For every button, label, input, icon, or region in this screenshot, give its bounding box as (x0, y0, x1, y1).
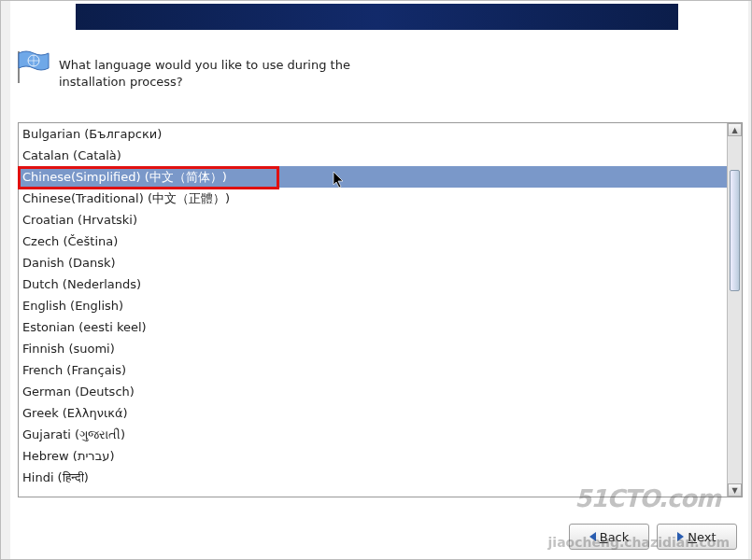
language-option[interactable]: Hindi (हिन्दी) (19, 467, 727, 488)
language-option[interactable]: Hebrew (עברית) (19, 445, 727, 467)
language-option[interactable]: Greek (Ελληνικά) (19, 402, 727, 424)
language-option[interactable]: Chinese(Traditional) (中文（正體）) (19, 188, 727, 209)
language-option[interactable]: Chinese(Simplified) (中文（简体）) (19, 166, 727, 188)
next-button-label: Next (688, 530, 716, 544)
back-button[interactable]: Back (569, 524, 649, 550)
prompt-text: What language would you like to use duri… (59, 57, 367, 90)
language-option[interactable]: English (English) (19, 295, 727, 316)
installer-window: What language would you like to use duri… (10, 1, 748, 559)
language-option[interactable]: Estonian (eesti keel) (19, 316, 727, 338)
language-option[interactable]: Catalan (Català) (19, 145, 727, 166)
language-option[interactable]: Croatian (Hrvatski) (19, 209, 727, 231)
language-option[interactable]: Gujarati (ગુજરાતી) (19, 424, 727, 445)
scrollbar[interactable]: ▲ ▼ (727, 123, 742, 497)
header-banner (76, 4, 678, 30)
scroll-down-button[interactable]: ▼ (728, 483, 742, 497)
language-option[interactable]: Bulgarian (Български) (19, 123, 727, 145)
language-option[interactable]: French (Français) (19, 359, 727, 381)
language-option[interactable]: Danish (Dansk) (19, 252, 727, 273)
language-list-viewport[interactable]: Bulgarian (Български)Catalan (Català)Chi… (19, 123, 727, 497)
button-bar: Back Next (569, 524, 737, 550)
language-option[interactable]: Finnish (suomi) (19, 338, 727, 359)
language-option[interactable]: Czech (Čeština) (19, 231, 727, 252)
next-button[interactable]: Next (657, 524, 737, 550)
scroll-up-button[interactable]: ▲ (728, 123, 742, 136)
back-button-label: Back (600, 530, 630, 544)
arrow-left-icon (589, 532, 596, 541)
arrow-right-icon (677, 532, 684, 541)
scroll-thumb[interactable] (730, 170, 740, 291)
flag-icon (15, 48, 54, 87)
language-option[interactable]: German (Deutsch) (19, 381, 727, 402)
language-option[interactable]: Dutch (Nederlands) (19, 273, 727, 295)
language-listbox[interactable]: Bulgarian (Български)Catalan (Català)Chi… (18, 122, 743, 497)
